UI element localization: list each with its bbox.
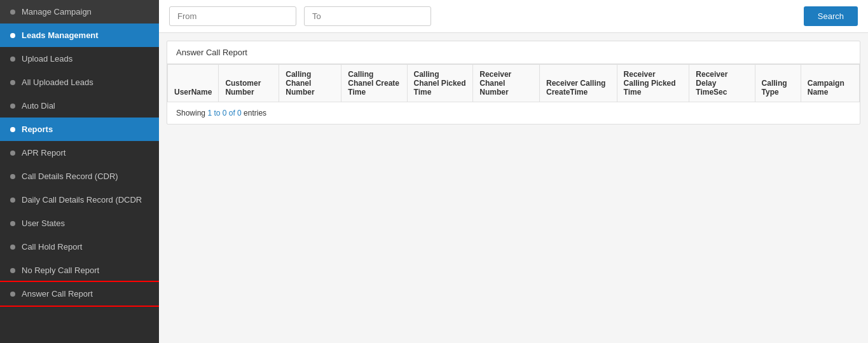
- sidebar-item-all-uploaded-leads[interactable]: All Uploaded Leads: [0, 71, 159, 94]
- sidebar-item-leads-management[interactable]: Leads Management: [0, 24, 159, 47]
- sidebar-item-label: All Uploaded Leads: [22, 77, 93, 87]
- sidebar-item-no-reply-call-report[interactable]: No Reply Call Report: [0, 259, 159, 282]
- sidebar-item-upload-leads[interactable]: Upload Leads: [0, 47, 159, 71]
- col-receiver-calling-pickedtime: Receiver Calling Picked Time: [617, 65, 689, 102]
- entries-highlight: 1 to 0 of 0: [207, 109, 241, 118]
- sidebar-item-label: Upload Leads: [22, 54, 72, 64]
- search-button[interactable]: Search: [804, 6, 858, 26]
- sidebar-item-reports[interactable]: Reports: [0, 118, 159, 141]
- entries-info: Showing 1 to 0 of 0 entries: [167, 102, 860, 124]
- sidebar-item-label: Manage Campaign: [22, 7, 92, 17]
- sidebar: Manage Campaign Leads Management Upload …: [0, 0, 159, 343]
- table-card-title: Answer Call Report: [167, 41, 860, 64]
- sidebar-item-dcdr[interactable]: Daily Call Details Record (DCDR: [0, 188, 159, 212]
- dot-icon: [10, 33, 15, 38]
- from-input[interactable]: [169, 6, 296, 26]
- col-campaign-name: Campaign Name: [801, 65, 859, 102]
- dot-icon: [10, 174, 15, 179]
- sidebar-item-label: APR Report: [22, 148, 65, 158]
- table-header-row: UserName Customer Number Calling Chanel …: [168, 65, 860, 102]
- sidebar-item-answer-call-report[interactable]: Answer Call Report: [0, 282, 159, 306]
- dot-icon: [10, 245, 15, 250]
- sidebar-item-label: Call Details Record (CDR): [22, 172, 118, 181]
- col-calling-chanel-number: Calling Chanel Number: [279, 65, 341, 102]
- sidebar-item-user-states[interactable]: User States: [0, 212, 159, 235]
- sidebar-item-label: Reports: [22, 124, 53, 134]
- dot-icon: [10, 268, 15, 273]
- dot-icon: [10, 221, 15, 226]
- dot-icon: [10, 151, 15, 156]
- col-receiver-chanel-number: Receiver Chanel Number: [473, 65, 540, 102]
- content-area: Answer Call Report UserName Customer Num…: [159, 33, 868, 343]
- dot-icon: [10, 104, 15, 109]
- sidebar-item-label: No Reply Call Report: [22, 266, 99, 275]
- sidebar-item-call-hold-report[interactable]: Call Hold Report: [0, 235, 159, 259]
- sidebar-item-auto-dial[interactable]: Auto Dial: [0, 94, 159, 118]
- sidebar-item-label: User States: [22, 219, 65, 228]
- sidebar-item-label: Call Hold Report: [22, 242, 82, 252]
- dot-icon: [10, 80, 15, 85]
- col-receiver-delay-timesec: Receiver Delay TimeSec: [689, 65, 755, 102]
- dot-icon: [10, 292, 15, 297]
- col-username: UserName: [168, 65, 219, 102]
- to-input[interactable]: [304, 6, 431, 26]
- main-content: Search Answer Call Report UserName Custo…: [159, 0, 868, 343]
- dot-icon: [10, 10, 15, 15]
- sidebar-item-label: Auto Dial: [22, 101, 55, 111]
- col-calling-type: Calling Type: [755, 65, 801, 102]
- sidebar-item-apr-report[interactable]: APR Report: [0, 141, 159, 165]
- dot-icon: [10, 127, 15, 132]
- dot-icon: [10, 57, 15, 62]
- col-customer-number: Customer Number: [219, 65, 279, 102]
- table-card: Answer Call Report UserName Customer Num…: [167, 41, 860, 124]
- dot-icon: [10, 198, 15, 203]
- answer-call-report-table: UserName Customer Number Calling Chanel …: [167, 64, 860, 102]
- sidebar-item-cdr[interactable]: Call Details Record (CDR): [0, 165, 159, 188]
- col-calling-chanel-pickedtime: Calling Chanel Picked Time: [407, 65, 473, 102]
- topbar: Search: [159, 0, 868, 33]
- sidebar-item-label: Answer Call Report: [22, 289, 93, 299]
- col-receiver-calling-createtime: Receiver Calling CreateTime: [540, 65, 617, 102]
- col-calling-chanel-createtime: Calling Chanel Create Time: [341, 65, 407, 102]
- sidebar-item-manage-campaign[interactable]: Manage Campaign: [0, 0, 159, 24]
- sidebar-item-label: Leads Management: [22, 30, 99, 40]
- sidebar-item-label: Daily Call Details Record (DCDR: [22, 195, 142, 205]
